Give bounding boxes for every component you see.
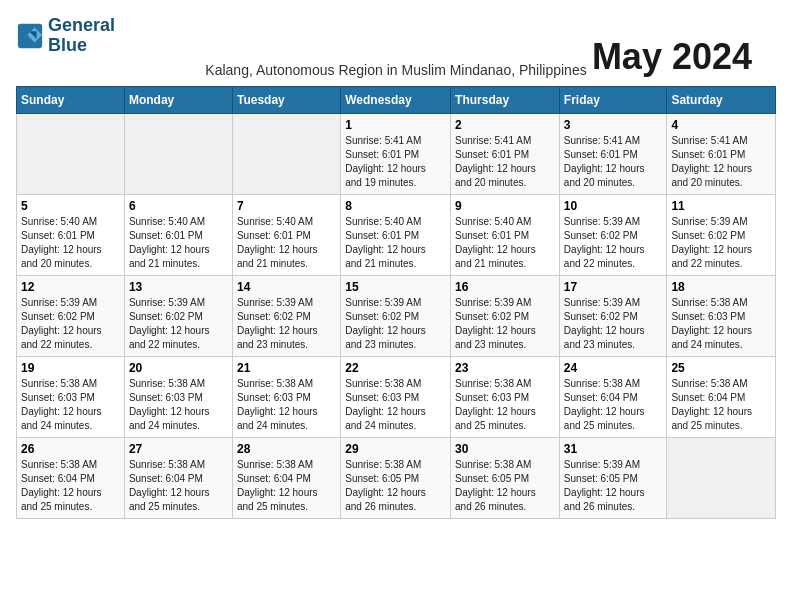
day-info: Sunrise: 5:40 AM Sunset: 6:01 PM Dayligh… (237, 215, 336, 271)
day-info: Sunrise: 5:39 AM Sunset: 6:02 PM Dayligh… (564, 215, 663, 271)
day-info: Sunrise: 5:40 AM Sunset: 6:01 PM Dayligh… (129, 215, 228, 271)
header-cell-sunday: Sunday (17, 86, 125, 113)
logo-text: General Blue (48, 16, 115, 56)
day-info: Sunrise: 5:39 AM Sunset: 6:02 PM Dayligh… (237, 296, 336, 352)
week-row-3: 12Sunrise: 5:39 AM Sunset: 6:02 PM Dayli… (17, 275, 776, 356)
logo-line2: Blue (48, 36, 115, 56)
top-section: General Blue May 2024 (16, 16, 776, 56)
day-cell: 17Sunrise: 5:39 AM Sunset: 6:02 PM Dayli… (559, 275, 667, 356)
day-cell: 28Sunrise: 5:38 AM Sunset: 6:04 PM Dayli… (232, 437, 340, 518)
day-info: Sunrise: 5:38 AM Sunset: 6:04 PM Dayligh… (21, 458, 120, 514)
day-cell: 19Sunrise: 5:38 AM Sunset: 6:03 PM Dayli… (17, 356, 125, 437)
title-section: May 2024 (592, 36, 752, 78)
day-info: Sunrise: 5:41 AM Sunset: 6:01 PM Dayligh… (564, 134, 663, 190)
day-info: Sunrise: 5:38 AM Sunset: 6:03 PM Dayligh… (455, 377, 555, 433)
header-cell-tuesday: Tuesday (232, 86, 340, 113)
day-number: 14 (237, 280, 336, 294)
day-info: Sunrise: 5:38 AM Sunset: 6:04 PM Dayligh… (129, 458, 228, 514)
day-number: 17 (564, 280, 663, 294)
month-title: May 2024 (592, 36, 752, 78)
day-cell: 11Sunrise: 5:39 AM Sunset: 6:02 PM Dayli… (667, 194, 776, 275)
header-cell-thursday: Thursday (451, 86, 560, 113)
day-info: Sunrise: 5:38 AM Sunset: 6:03 PM Dayligh… (237, 377, 336, 433)
header-row: SundayMondayTuesdayWednesdayThursdayFrid… (17, 86, 776, 113)
day-cell: 20Sunrise: 5:38 AM Sunset: 6:03 PM Dayli… (124, 356, 232, 437)
day-info: Sunrise: 5:39 AM Sunset: 6:02 PM Dayligh… (21, 296, 120, 352)
calendar-body: 1Sunrise: 5:41 AM Sunset: 6:01 PM Daylig… (17, 113, 776, 518)
day-info: Sunrise: 5:41 AM Sunset: 6:01 PM Dayligh… (671, 134, 771, 190)
day-cell (124, 113, 232, 194)
calendar-header: SundayMondayTuesdayWednesdayThursdayFrid… (17, 86, 776, 113)
day-cell: 7Sunrise: 5:40 AM Sunset: 6:01 PM Daylig… (232, 194, 340, 275)
day-cell: 16Sunrise: 5:39 AM Sunset: 6:02 PM Dayli… (451, 275, 560, 356)
week-row-4: 19Sunrise: 5:38 AM Sunset: 6:03 PM Dayli… (17, 356, 776, 437)
day-cell: 25Sunrise: 5:38 AM Sunset: 6:04 PM Dayli… (667, 356, 776, 437)
day-cell: 10Sunrise: 5:39 AM Sunset: 6:02 PM Dayli… (559, 194, 667, 275)
day-number: 19 (21, 361, 120, 375)
week-row-5: 26Sunrise: 5:38 AM Sunset: 6:04 PM Dayli… (17, 437, 776, 518)
day-info: Sunrise: 5:39 AM Sunset: 6:05 PM Dayligh… (564, 458, 663, 514)
day-number: 13 (129, 280, 228, 294)
day-cell: 26Sunrise: 5:38 AM Sunset: 6:04 PM Dayli… (17, 437, 125, 518)
day-number: 22 (345, 361, 446, 375)
day-info: Sunrise: 5:38 AM Sunset: 6:03 PM Dayligh… (671, 296, 771, 352)
day-number: 4 (671, 118, 771, 132)
day-cell (667, 437, 776, 518)
day-number: 10 (564, 199, 663, 213)
day-number: 8 (345, 199, 446, 213)
day-number: 16 (455, 280, 555, 294)
day-cell: 2Sunrise: 5:41 AM Sunset: 6:01 PM Daylig… (451, 113, 560, 194)
day-cell: 21Sunrise: 5:38 AM Sunset: 6:03 PM Dayli… (232, 356, 340, 437)
day-cell: 15Sunrise: 5:39 AM Sunset: 6:02 PM Dayli… (341, 275, 451, 356)
day-number: 18 (671, 280, 771, 294)
day-number: 7 (237, 199, 336, 213)
day-number: 28 (237, 442, 336, 456)
day-info: Sunrise: 5:38 AM Sunset: 6:05 PM Dayligh… (345, 458, 446, 514)
day-info: Sunrise: 5:38 AM Sunset: 6:03 PM Dayligh… (21, 377, 120, 433)
day-cell (232, 113, 340, 194)
day-info: Sunrise: 5:39 AM Sunset: 6:02 PM Dayligh… (129, 296, 228, 352)
header-cell-wednesday: Wednesday (341, 86, 451, 113)
day-number: 9 (455, 199, 555, 213)
day-number: 27 (129, 442, 228, 456)
day-number: 20 (129, 361, 228, 375)
day-number: 2 (455, 118, 555, 132)
day-cell: 12Sunrise: 5:39 AM Sunset: 6:02 PM Dayli… (17, 275, 125, 356)
day-cell: 4Sunrise: 5:41 AM Sunset: 6:01 PM Daylig… (667, 113, 776, 194)
logo-line1: General (48, 16, 115, 36)
day-number: 31 (564, 442, 663, 456)
week-row-1: 1Sunrise: 5:41 AM Sunset: 6:01 PM Daylig… (17, 113, 776, 194)
day-info: Sunrise: 5:38 AM Sunset: 6:03 PM Dayligh… (129, 377, 228, 433)
day-cell: 18Sunrise: 5:38 AM Sunset: 6:03 PM Dayli… (667, 275, 776, 356)
logo-icon (16, 22, 44, 50)
day-info: Sunrise: 5:38 AM Sunset: 6:03 PM Dayligh… (345, 377, 446, 433)
day-cell: 6Sunrise: 5:40 AM Sunset: 6:01 PM Daylig… (124, 194, 232, 275)
day-cell: 14Sunrise: 5:39 AM Sunset: 6:02 PM Dayli… (232, 275, 340, 356)
day-cell: 24Sunrise: 5:38 AM Sunset: 6:04 PM Dayli… (559, 356, 667, 437)
day-number: 15 (345, 280, 446, 294)
day-cell: 27Sunrise: 5:38 AM Sunset: 6:04 PM Dayli… (124, 437, 232, 518)
day-number: 11 (671, 199, 771, 213)
day-cell (17, 113, 125, 194)
day-number: 25 (671, 361, 771, 375)
header-cell-friday: Friday (559, 86, 667, 113)
day-cell: 5Sunrise: 5:40 AM Sunset: 6:01 PM Daylig… (17, 194, 125, 275)
day-info: Sunrise: 5:38 AM Sunset: 6:05 PM Dayligh… (455, 458, 555, 514)
day-number: 1 (345, 118, 446, 132)
day-cell: 13Sunrise: 5:39 AM Sunset: 6:02 PM Dayli… (124, 275, 232, 356)
day-number: 12 (21, 280, 120, 294)
day-info: Sunrise: 5:41 AM Sunset: 6:01 PM Dayligh… (345, 134, 446, 190)
day-cell: 1Sunrise: 5:41 AM Sunset: 6:01 PM Daylig… (341, 113, 451, 194)
day-cell: 8Sunrise: 5:40 AM Sunset: 6:01 PM Daylig… (341, 194, 451, 275)
day-cell: 9Sunrise: 5:40 AM Sunset: 6:01 PM Daylig… (451, 194, 560, 275)
calendar-table: SundayMondayTuesdayWednesdayThursdayFrid… (16, 86, 776, 519)
day-number: 30 (455, 442, 555, 456)
day-info: Sunrise: 5:41 AM Sunset: 6:01 PM Dayligh… (455, 134, 555, 190)
day-number: 26 (21, 442, 120, 456)
day-cell: 31Sunrise: 5:39 AM Sunset: 6:05 PM Dayli… (559, 437, 667, 518)
day-info: Sunrise: 5:39 AM Sunset: 6:02 PM Dayligh… (455, 296, 555, 352)
day-number: 29 (345, 442, 446, 456)
day-number: 23 (455, 361, 555, 375)
day-cell: 30Sunrise: 5:38 AM Sunset: 6:05 PM Dayli… (451, 437, 560, 518)
day-info: Sunrise: 5:40 AM Sunset: 6:01 PM Dayligh… (21, 215, 120, 271)
